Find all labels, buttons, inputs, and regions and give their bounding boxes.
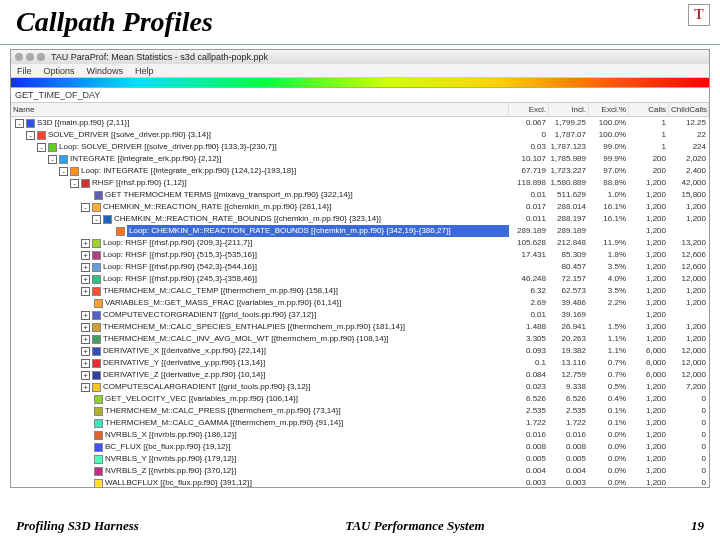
column-header[interactable]: Calls [629, 103, 669, 116]
column-header[interactable]: Excl.% [589, 103, 629, 116]
row-label: CHEMKIN_M::REACTION_RATE_BOUNDS [{chemki… [114, 213, 509, 225]
table-row[interactable]: GET_VELOCITY_VEC [{variables_m.pp.f90} {… [11, 393, 709, 405]
row-value: 0 [509, 129, 549, 141]
row-value: 1,200 [629, 261, 669, 273]
color-swatch [94, 467, 103, 476]
toggle-placeholder [81, 455, 92, 464]
table-row[interactable]: -CHEMKIN_M::REACTION_RATE_BOUNDS [{chemk… [11, 213, 709, 225]
table-row[interactable]: +DERIVATIVE_X [{derivative_x.pp.f90} {22… [11, 345, 709, 357]
expand-icon[interactable]: + [81, 275, 90, 284]
table-row[interactable]: +Loop: RHSF [{rhsf.pp.f90} {515,3}-{535,… [11, 249, 709, 261]
collapse-icon[interactable]: - [81, 203, 90, 212]
table-row[interactable]: WALLBCFLUX [{bc_flux.pp.f90} {391,12}]0.… [11, 477, 709, 487]
row-value: 6,000 [629, 345, 669, 357]
table-row[interactable]: +COMPUTEVECTORGRADIENT [{grid_tools.pp.f… [11, 309, 709, 321]
row-value: 1.1% [589, 333, 629, 345]
table-row[interactable]: Loop: CHEMKIN_M::REACTION_RATE_BOUNDS [{… [11, 225, 709, 237]
row-value: 26.941 [549, 321, 589, 333]
color-swatch [26, 119, 35, 128]
table-row[interactable]: -INTEGRATE [{integrate_erk.pp.f90} {2,12… [11, 153, 709, 165]
table-row[interactable]: -Loop: INTEGRATE [{integrate_erk.pp.f90}… [11, 165, 709, 177]
column-header[interactable]: Name [11, 103, 509, 116]
window-titlebar[interactable]: TAU ParaProf: Mean Statistics - s3d call… [11, 50, 709, 64]
table-row[interactable]: -SOLVE_DRIVER [{solve_driver.pp.f90} {3,… [11, 129, 709, 141]
table-row[interactable]: +THERMCHEM_M::CALC_SPECIES_ENTHALPIES [{… [11, 321, 709, 333]
minimize-icon[interactable] [26, 53, 34, 61]
row-value: 1.5% [589, 321, 629, 333]
row-value: 118.898 [509, 177, 549, 189]
collapse-icon[interactable]: - [92, 215, 101, 224]
expand-icon[interactable]: + [81, 263, 90, 272]
close-icon[interactable] [15, 53, 23, 61]
callpath-tree[interactable]: -S3D [{main.pp.f90} {2,11}]0.0671,799.25… [11, 117, 709, 487]
expand-icon[interactable]: + [81, 371, 90, 380]
row-label: NVRBLS_Y [{nvrbls.pp.f90} {179,12}] [105, 453, 509, 465]
collapse-icon[interactable]: - [48, 155, 57, 164]
table-row[interactable]: -RHSF [{rhsf.pp.f90} {1,12}]118.8981,580… [11, 177, 709, 189]
collapse-icon[interactable]: - [15, 119, 24, 128]
toggle-placeholder [103, 227, 114, 236]
row-value: 1,200 [629, 189, 669, 201]
row-value: 1,200 [629, 405, 669, 417]
row-value: 3.5% [589, 285, 629, 297]
column-headers[interactable]: NameExcl.Incl.Excl.%CallsChildCalls [11, 103, 709, 117]
column-header[interactable]: Excl. [509, 103, 549, 116]
table-row[interactable]: THERMCHEM_M::CALC_GAMMA [{thermchem_m.pp… [11, 417, 709, 429]
table-row[interactable]: +DERIVATIVE_Y [{derivative_y.pp.f90} {13… [11, 357, 709, 369]
row-label: S3D [{main.pp.f90} {2,11}] [37, 117, 509, 129]
collapse-icon[interactable]: - [26, 131, 35, 140]
row-value: 85.309 [549, 249, 589, 261]
row-value: 12,000 [669, 357, 709, 369]
row-value: 12,606 [669, 249, 709, 261]
menu-bar[interactable]: FileOptionsWindowsHelp [11, 64, 709, 78]
table-row[interactable]: VARIABLES_M::GET_MASS_FRAC [{variables_m… [11, 297, 709, 309]
expand-icon[interactable]: + [81, 323, 90, 332]
table-row[interactable]: -S3D [{main.pp.f90} {2,11}]0.0671,799.25… [11, 117, 709, 129]
collapse-icon[interactable]: - [59, 167, 68, 176]
menu-windows[interactable]: Windows [87, 66, 124, 76]
row-value: 1 [629, 117, 669, 129]
menu-file[interactable]: File [17, 66, 32, 76]
table-row[interactable]: +COMPUTESCALARGRADIENT [{grid_tools.pp.f… [11, 381, 709, 393]
row-value: 15,800 [669, 189, 709, 201]
table-row[interactable]: +THERMCHEM_M::CALC_INV_AVG_MOL_WT [{ther… [11, 333, 709, 345]
table-row[interactable]: +DERIVATIVE_Z [{derivative_z.pp.f90} {10… [11, 369, 709, 381]
row-value: 0.7% [589, 369, 629, 381]
column-header[interactable]: ChildCalls [669, 103, 709, 116]
row-value: 99.0% [589, 141, 629, 153]
expand-icon[interactable]: + [81, 335, 90, 344]
row-value: 0 [669, 429, 709, 441]
collapse-icon[interactable]: - [37, 143, 46, 152]
table-row[interactable]: GET THERMOCHEM TERMS [{mixavg_transport_… [11, 189, 709, 201]
collapse-icon[interactable]: - [70, 179, 79, 188]
expand-icon[interactable]: + [81, 311, 90, 320]
row-value: 88.8% [589, 177, 629, 189]
table-row[interactable]: -Loop: SOLVE_DRIVER [{solve_driver.pp.f9… [11, 141, 709, 153]
expand-icon[interactable]: + [81, 287, 90, 296]
table-row[interactable]: BC_FLUX [{bc_flux.pp.f90} {19,12}]0.0080… [11, 441, 709, 453]
table-row[interactable]: NVRBLS_Z [{nvrbls.pp.f90} {370,12}]0.004… [11, 465, 709, 477]
table-row[interactable]: +THERMCHEM_M::CALC_TEMP [{thermchem_m.pp… [11, 285, 709, 297]
table-row[interactable]: +Loop: RHSF [{rhsf.pp.f90} {245,3}-{358,… [11, 273, 709, 285]
expand-icon[interactable]: + [81, 239, 90, 248]
row-value: 1,799.25 [549, 117, 589, 129]
row-value: 0 [669, 417, 709, 429]
expand-icon[interactable]: + [81, 359, 90, 368]
table-row[interactable]: +Loop: RHSF [{rhsf.pp.f90} {209,3}-{211,… [11, 237, 709, 249]
menu-options[interactable]: Options [44, 66, 75, 76]
row-value: 2.2% [589, 297, 629, 309]
expand-icon[interactable]: + [81, 251, 90, 260]
expand-icon[interactable]: + [81, 347, 90, 356]
traffic-lights[interactable] [15, 53, 45, 61]
table-row[interactable]: +Loop: RHSF [{rhsf.pp.f90} {542,3}-{544,… [11, 261, 709, 273]
menu-help[interactable]: Help [135, 66, 154, 76]
row-value: 1,200 [669, 213, 709, 225]
zoom-icon[interactable] [37, 53, 45, 61]
expand-icon[interactable]: + [81, 383, 90, 392]
table-row[interactable]: NVRBLS_X [{nvrbls.pp.f90} {186,12}]0.016… [11, 429, 709, 441]
column-header[interactable]: Incl. [549, 103, 589, 116]
table-row[interactable]: -CHEMKIN_M::REACTION_RATE [{chemkin_m.pp… [11, 201, 709, 213]
row-value: 1.0% [589, 189, 629, 201]
table-row[interactable]: NVRBLS_Y [{nvrbls.pp.f90} {179,12}]0.005… [11, 453, 709, 465]
table-row[interactable]: THERMCHEM_M::CALC_PRESS [{thermchem_m.pp… [11, 405, 709, 417]
